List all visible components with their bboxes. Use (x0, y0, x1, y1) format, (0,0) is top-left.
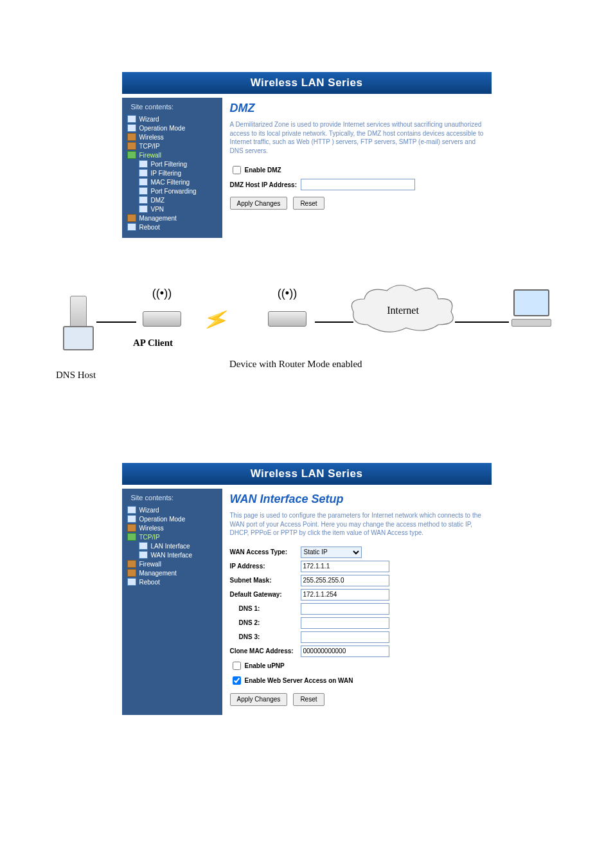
sidebar-item-lan-interface[interactable]: LAN Interface (125, 541, 220, 550)
sidebar-heading: Site contents: (131, 103, 220, 111)
wan-access-type-label: WAN Access Type: (230, 548, 301, 556)
page-icon (139, 542, 148, 550)
title-bar: Wireless LAN Series (122, 463, 492, 485)
page-icon (139, 196, 148, 204)
wan-access-type-select[interactable]: Static IP (301, 547, 362, 558)
wan-access-type-row: WAN Access Type: Static IP (230, 547, 484, 558)
ip-address-row: IP Address: (230, 561, 484, 572)
sidebar-item-wizard[interactable]: Wizard (125, 505, 220, 514)
sidebar-item-wizard[interactable]: Wizard (125, 114, 220, 123)
ap-client-graphic: ((•)) (136, 303, 188, 327)
enable-webserver-label: Enable Web Server Access on WAN (245, 677, 353, 684)
page-description: This page is used to configure the param… (230, 511, 484, 538)
default-gateway-row: Default Gateway: (230, 589, 484, 601)
wireless-bolt-icon: ⚡ (200, 304, 233, 336)
page-description: A Demilitarized Zone is used to provide … (230, 120, 484, 155)
apply-changes-button[interactable]: Apply Changes (230, 197, 288, 210)
dns-host-graphic (59, 296, 98, 347)
dns3-input[interactable] (301, 631, 389, 643)
folder-icon (127, 214, 136, 222)
page-icon (139, 205, 148, 213)
content-pane: DMZ A Demilitarized Zone is used to prov… (222, 98, 492, 238)
enable-upnp-label: Enable uPNP (245, 662, 285, 669)
enable-dmz-checkbox[interactable] (233, 166, 241, 174)
wire (455, 321, 509, 323)
page-icon (139, 178, 148, 186)
sidebar-item-port-filtering[interactable]: Port Filtering (125, 159, 220, 168)
page-icon (127, 115, 136, 123)
default-gateway-label: Default Gateway: (230, 591, 301, 598)
subnet-mask-label: Subnet Mask: (230, 577, 301, 584)
ap-client-label: AP Client (133, 338, 173, 348)
enable-upnp-row: Enable uPNP (230, 660, 484, 672)
sidebar-item-wan-interface[interactable]: WAN Interface (125, 550, 220, 559)
sidebar-item-wireless[interactable]: Wireless (125, 523, 220, 532)
enable-webserver-checkbox[interactable] (233, 676, 241, 685)
page-icon (139, 169, 148, 177)
sidebar: Site contents: Wizard Operation Mode Wir… (122, 489, 222, 715)
sidebar-item-firewall[interactable]: Firewall (125, 559, 220, 568)
enable-upnp-checkbox[interactable] (233, 662, 241, 670)
folder-icon (127, 142, 136, 150)
dmz-host-input[interactable] (301, 179, 415, 190)
sidebar-item-mac-filtering[interactable]: MAC Filtering (125, 177, 220, 186)
page-icon (127, 578, 136, 586)
folder-icon (127, 569, 136, 577)
dns2-input[interactable] (301, 617, 389, 629)
ip-address-input[interactable] (301, 561, 389, 572)
dns1-input[interactable] (301, 603, 389, 615)
sidebar-item-tcpip[interactable]: TCP/IP (125, 141, 220, 150)
internet-label: Internet (348, 305, 458, 316)
apply-changes-button[interactable]: Apply Changes (230, 693, 288, 706)
enable-dmz-row: Enable DMZ (230, 164, 484, 176)
sidebar-item-ip-filtering[interactable]: IP Filtering (125, 168, 220, 177)
sidebar-item-port-forwarding[interactable]: Port Forwarding (125, 186, 220, 195)
reset-button[interactable]: Reset (293, 197, 324, 210)
dmz-host-label: DMZ Host IP Address: (230, 181, 301, 188)
folder-open-icon (127, 533, 136, 541)
sidebar-item-reboot[interactable]: Reboot (125, 222, 220, 231)
subnet-mask-input[interactable] (301, 575, 389, 586)
ip-address-label: IP Address: (230, 563, 301, 570)
reset-button[interactable]: Reset (293, 693, 324, 706)
clone-mac-row: Clone MAC Address: (230, 646, 484, 657)
title-bar: Wireless LAN Series (122, 72, 492, 94)
sidebar-item-tcpip[interactable]: TCP/IP (125, 532, 220, 541)
sidebar-item-operation-mode[interactable]: Operation Mode (125, 514, 220, 523)
folder-icon (127, 524, 136, 532)
router-screenshot-dmz: Wireless LAN Series Site contents: Wizar… (122, 72, 492, 238)
folder-icon (127, 133, 136, 141)
clone-mac-label: Clone MAC Address: (230, 647, 301, 655)
page-icon (127, 515, 136, 523)
dns3-label: DNS 3: (239, 633, 301, 640)
page-icon (127, 124, 136, 132)
sidebar-item-wireless[interactable]: Wireless (125, 132, 220, 141)
folder-icon (127, 560, 136, 568)
sidebar-item-firewall[interactable]: Firewall (125, 150, 220, 159)
sidebar-item-dmz[interactable]: DMZ (125, 195, 220, 204)
dns-host-label: DNS Host (56, 370, 96, 381)
dns1-row: DNS 1: (230, 603, 484, 615)
sidebar: Site contents: Wizard Operation Mode Wir… (122, 98, 222, 238)
antenna-icon: ((•)) (278, 287, 297, 300)
sidebar-item-operation-mode[interactable]: Operation Mode (125, 123, 220, 132)
dns2-row: DNS 2: (230, 617, 484, 629)
sidebar-heading: Site contents: (131, 494, 220, 502)
sidebar-item-reboot[interactable]: Reboot (125, 577, 220, 586)
page-heading: DMZ (230, 102, 484, 115)
dns3-row: DNS 3: (230, 631, 484, 643)
sidebar-item-management[interactable]: Management (125, 213, 220, 222)
clone-mac-input[interactable] (301, 646, 389, 657)
enable-webserver-row: Enable Web Server Access on WAN (230, 674, 484, 687)
page-icon (139, 551, 148, 559)
folder-open-icon (127, 151, 136, 159)
dns2-label: DNS 2: (239, 619, 301, 626)
router-screenshot-wan: Wireless LAN Series Site contents: Wizar… (122, 463, 492, 715)
sidebar-item-management[interactable]: Management (125, 568, 220, 577)
network-diagram: ((•)) ⚡ ((•)) Internet DNS Host AP Clien… (59, 276, 554, 386)
enable-dmz-label: Enable DMZ (245, 167, 281, 174)
antenna-icon: ((•)) (152, 287, 172, 300)
default-gateway-input[interactable] (301, 589, 389, 601)
sidebar-item-vpn[interactable]: VPN (125, 204, 220, 213)
dns1-label: DNS 1: (239, 605, 301, 612)
